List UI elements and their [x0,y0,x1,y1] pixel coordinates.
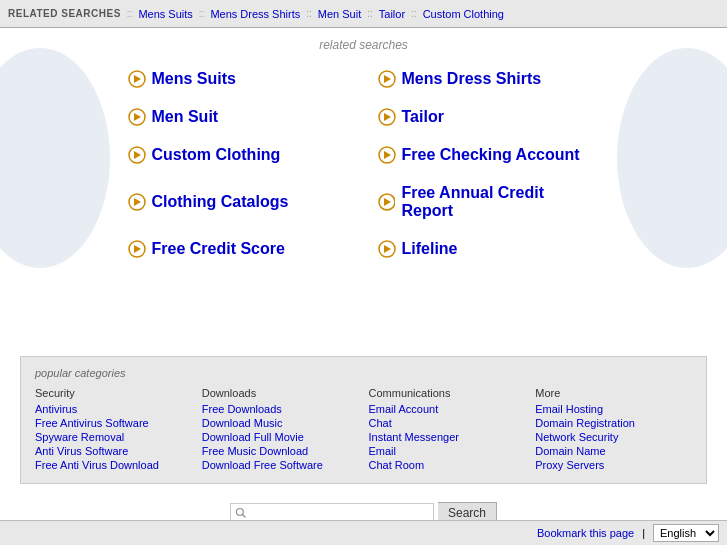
search-link-item: Mens Dress Shirts [374,62,604,96]
arrow-icon [378,108,396,126]
category-link-1-3[interactable]: Free Music Download [202,445,359,457]
search-link-item: Clothing Catalogs [124,176,354,228]
category-col-0: SecurityAntivirusFree Antivirus Software… [35,387,192,473]
arrow-icon [378,193,396,211]
language-selector[interactable]: EnglishSpanishFrench [653,524,719,542]
search-link-anchor[interactable]: Custom Clothing [152,146,281,164]
category-header-2: Communications [369,387,526,399]
category-link-1-0[interactable]: Free Downloads [202,403,359,415]
search-button[interactable]: Search [438,502,497,520]
svg-marker-13 [134,198,141,206]
category-link-3-4[interactable]: Proxy Servers [535,459,692,471]
sep-4: :: [367,8,373,19]
svg-line-21 [242,515,245,518]
arrow-icon [128,146,146,164]
search-link-item: Free Annual Credit Report [374,176,604,228]
search-link-item: Lifeline [374,232,604,266]
svg-marker-7 [384,113,391,121]
related-searches-label: RELATED SEARCHES [8,8,121,19]
category-link-2-4[interactable]: Chat Room [369,459,526,471]
svg-marker-17 [134,245,141,253]
bottom-sep: | [642,527,645,539]
content-area: related searches Mens Suits Mens Dress S… [0,28,727,520]
search-links-grid: Mens Suits Mens Dress Shirts Men Suit Ta… [84,62,644,266]
related-searches-section: related searches Mens Suits Mens Dress S… [0,28,727,348]
svg-marker-15 [383,198,390,206]
category-link-1-4[interactable]: Download Free Software [202,459,359,471]
topbar-link-0[interactable]: Mens Suits [138,8,192,20]
arrow-icon [378,70,396,88]
search-link-anchor[interactable]: Tailor [402,108,444,126]
search-icon [235,507,247,519]
category-link-2-2[interactable]: Instant Messenger [369,431,526,443]
arrow-icon [378,240,396,258]
category-link-3-2[interactable]: Network Security [535,431,692,443]
arrow-icon [128,240,146,258]
category-link-0-3[interactable]: Anti Virus Software [35,445,192,457]
category-link-1-1[interactable]: Download Music [202,417,359,429]
sep-5: :: [411,8,417,19]
popular-categories-title: popular categories [35,367,692,379]
search-link-anchor[interactable]: Lifeline [402,240,458,258]
search-bar-area: Search [0,492,727,520]
category-link-3-0[interactable]: Email Hosting [535,403,692,415]
search-link-anchor[interactable]: Free Credit Score [152,240,285,258]
search-link-item: Free Checking Account [374,138,604,172]
topbar-link-4[interactable]: Custom Clothing [423,8,504,20]
category-header-0: Security [35,387,192,399]
search-link-anchor[interactable]: Men Suit [152,108,219,126]
search-link-anchor[interactable]: Mens Dress Shirts [402,70,542,88]
svg-marker-1 [134,75,141,83]
search-link-item: Men Suit [124,100,354,134]
category-link-2-3[interactable]: Email [369,445,526,457]
category-link-3-1[interactable]: Domain Registration [535,417,692,429]
svg-marker-3 [384,75,391,83]
topbar-link-2[interactable]: Men Suit [318,8,361,20]
category-link-0-2[interactable]: Spyware Removal [35,431,192,443]
search-input[interactable] [249,506,429,520]
topbar-link-3[interactable]: Tailor [379,8,405,20]
category-link-1-2[interactable]: Download Full Movie [202,431,359,443]
bottom-bar: Bookmark this page | EnglishSpanishFrenc… [0,520,727,545]
category-link-0-0[interactable]: Antivirus [35,403,192,415]
sep-1: :: [127,8,133,19]
svg-marker-11 [384,151,391,159]
category-header-3: More [535,387,692,399]
search-link-item: Free Credit Score [124,232,354,266]
category-link-0-4[interactable]: Free Anti Virus Download [35,459,192,471]
top-bar: RELATED SEARCHES :: Mens Suits :: Mens D… [0,0,727,28]
search-link-item: Mens Suits [124,62,354,96]
search-link-item: Custom Clothing [124,138,354,172]
bookmark-link[interactable]: Bookmark this page [537,527,634,539]
svg-marker-5 [134,113,141,121]
category-link-2-0[interactable]: Email Account [369,403,526,415]
category-link-3-3[interactable]: Domain Name [535,445,692,457]
search-link-item: Tailor [374,100,604,134]
related-searches-title: related searches [0,38,727,52]
arrow-icon [128,70,146,88]
arrow-icon [378,146,396,164]
arrow-icon [128,108,146,126]
search-link-anchor[interactable]: Clothing Catalogs [152,193,289,211]
sep-3: :: [306,8,312,19]
category-col-3: MoreEmail HostingDomain RegistrationNetw… [535,387,692,473]
svg-marker-9 [134,151,141,159]
svg-point-20 [236,509,243,516]
sep-2: :: [199,8,205,19]
categories-grid: SecurityAntivirusFree Antivirus Software… [35,387,692,473]
svg-marker-19 [384,245,391,253]
category-link-0-1[interactable]: Free Antivirus Software [35,417,192,429]
topbar-link-1[interactable]: Mens Dress Shirts [210,8,300,20]
search-link-anchor[interactable]: Free Annual Credit Report [401,184,599,220]
popular-categories-section: popular categories SecurityAntivirusFree… [20,356,707,484]
category-col-2: CommunicationsEmail AccountChatInstant M… [369,387,526,473]
arrow-icon [128,193,146,211]
category-col-1: DownloadsFree DownloadsDownload MusicDow… [202,387,359,473]
search-link-anchor[interactable]: Mens Suits [152,70,236,88]
search-link-anchor[interactable]: Free Checking Account [402,146,580,164]
search-input-wrapper [230,503,434,520]
category-header-1: Downloads [202,387,359,399]
category-link-2-1[interactable]: Chat [369,417,526,429]
